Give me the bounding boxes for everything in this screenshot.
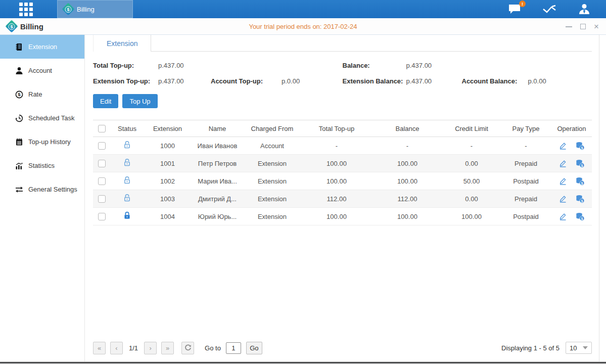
col-total-topup: Total Top-up: [301, 120, 372, 137]
extension-topup-value: p.437.00: [158, 77, 211, 85]
prev-page-button[interactable]: ‹: [110, 342, 123, 354]
topup-coins-icon: $: [575, 195, 585, 203]
topup-row-button[interactable]: $: [575, 159, 585, 168]
window-bottom-edge: [0, 361, 606, 363]
notebook-icon: [15, 138, 23, 146]
col-status: Status: [111, 120, 144, 137]
topup-coins-icon: $: [575, 142, 585, 150]
extension-balance-value: p.437.00: [406, 77, 462, 85]
cell-total-topup: 100.00: [301, 172, 372, 190]
table-row[interactable]: 1004Юрий Юрь...Extension100.00100.00100.…: [93, 208, 592, 225]
cell-extension: 1002: [144, 172, 192, 190]
app-grid-icon[interactable]: [19, 3, 34, 18]
cell-extension: 1001: [144, 155, 192, 172]
page-size-select[interactable]: 10: [566, 342, 592, 354]
cell-total-topup: 100.00: [301, 208, 372, 225]
account-topup-value: p.0.00: [282, 77, 300, 85]
next-page-button[interactable]: ›: [144, 342, 157, 354]
minimize-button[interactable]: [566, 26, 572, 27]
sidebar-item-label: Statistics: [28, 162, 55, 169]
tab-extension[interactable]: Extension: [93, 35, 151, 52]
table-row[interactable]: 1002Мария Ива...Extension100.00100.0050.…: [93, 172, 592, 190]
sidebar-item-extension[interactable]: Extension: [0, 35, 84, 59]
select-all-checkbox[interactable]: [98, 125, 106, 132]
cell-credit-limit: 100.00: [443, 208, 500, 225]
topup-row-button[interactable]: $: [575, 212, 585, 221]
row-checkbox[interactable]: [98, 195, 106, 203]
message-badge: !: [519, 1, 526, 7]
edit-row-button[interactable]: [558, 177, 567, 186]
row-checkbox[interactable]: [98, 142, 106, 150]
svg-text:$: $: [18, 92, 21, 97]
refresh-button[interactable]: [181, 342, 194, 354]
close-button[interactable]: ×: [594, 23, 599, 30]
first-page-button[interactable]: «: [93, 342, 106, 354]
table-row[interactable]: 1000Иван ИвановAccount----$: [93, 137, 592, 155]
cell-charged-from: Extension: [243, 208, 301, 225]
account-topup-label: Account Top-up:: [211, 77, 282, 85]
cell-status: [111, 155, 144, 172]
last-page-button[interactable]: »: [161, 342, 174, 354]
row-checkbox[interactable]: [98, 160, 106, 167]
total-topup-value: p.437.00: [158, 62, 184, 69]
go-button[interactable]: Go: [246, 342, 262, 354]
cell-name: Дмитрий Д...: [192, 190, 243, 208]
table-row[interactable]: 1001Петр ПетровExtension100.00100.000.00…: [93, 155, 592, 172]
sidebar-item-rate[interactable]: $ Rate: [0, 82, 84, 106]
goto-page-input[interactable]: [226, 342, 241, 354]
sidebar-item-scheduled-task[interactable]: Scheduled Task: [0, 106, 84, 130]
cell-status: [111, 137, 144, 155]
sidebar: Extension Account $ Rate Scheduled Task: [0, 35, 85, 361]
col-charged-from: Charged From: [243, 120, 301, 137]
page-size-value: 10: [570, 344, 577, 352]
row-checkbox[interactable]: [98, 177, 106, 185]
topup-row-button[interactable]: $: [575, 142, 585, 150]
cell-name: Юрий Юрь...: [192, 208, 243, 225]
app-tab-billing[interactable]: $ Billing: [57, 0, 133, 18]
edit-row-button[interactable]: [558, 159, 567, 168]
goto-label: Go to: [205, 344, 221, 352]
cell-balance: 100.00: [372, 172, 443, 190]
table-row[interactable]: 1003Дмитрий Д...Extension112.00112.000.0…: [93, 190, 592, 208]
row-checkbox[interactable]: [98, 213, 106, 220]
edit-button[interactable]: Edit: [93, 94, 118, 108]
ledger-icon: [15, 43, 23, 51]
topup-row-button[interactable]: $: [575, 177, 585, 186]
arrows-swap-icon: [15, 186, 23, 194]
edit-pencil-icon: [558, 177, 567, 186]
sidebar-item-statistics[interactable]: Statistics: [0, 154, 84, 177]
cell-balance: 112.00: [372, 190, 443, 208]
top-up-button[interactable]: Top Up: [122, 94, 157, 108]
sidebar-item-topup-history[interactable]: Top-up History: [0, 130, 84, 154]
cell-total-topup: 112.00: [301, 190, 372, 208]
col-pay-type: Pay Type: [500, 120, 551, 137]
messages-icon[interactable]: !: [508, 4, 521, 15]
lock-open-icon: [123, 141, 131, 149]
edit-row-button[interactable]: [558, 195, 567, 203]
col-name: Name: [192, 120, 243, 137]
cell-charged-from: Extension: [243, 190, 301, 208]
lock-closed-icon: [123, 211, 131, 220]
lock-open-icon: [123, 176, 131, 185]
cell-name: Иван Иванов: [192, 137, 243, 155]
user-icon[interactable]: [578, 3, 591, 15]
edit-pencil-icon: [558, 159, 567, 168]
sidebar-item-label: Top-up History: [28, 138, 71, 146]
edit-row-button[interactable]: [558, 212, 567, 221]
refresh-icon: [184, 344, 192, 351]
sidebar-item-label: Rate: [28, 90, 42, 98]
cell-extension: 1004: [144, 208, 192, 225]
window-titlebar: $ Billing Your trial period ends on: 201…: [0, 18, 606, 35]
sidebar-item-account[interactable]: Account: [0, 59, 84, 82]
chevron-down-icon: [583, 346, 588, 349]
edit-pencil-icon: [558, 142, 567, 150]
topup-row-button[interactable]: $: [575, 195, 585, 203]
maximize-button[interactable]: [580, 24, 586, 29]
account-balance-value: p.0.00: [528, 77, 546, 85]
total-topup-label: Total Top-up:: [93, 62, 158, 69]
edit-pencil-icon: [558, 195, 567, 203]
statistics-chart-icon[interactable]: [542, 4, 556, 15]
edit-row-button[interactable]: [558, 142, 567, 150]
sidebar-item-general-settings[interactable]: General Settings: [0, 177, 84, 201]
clock-icon: [15, 114, 23, 122]
